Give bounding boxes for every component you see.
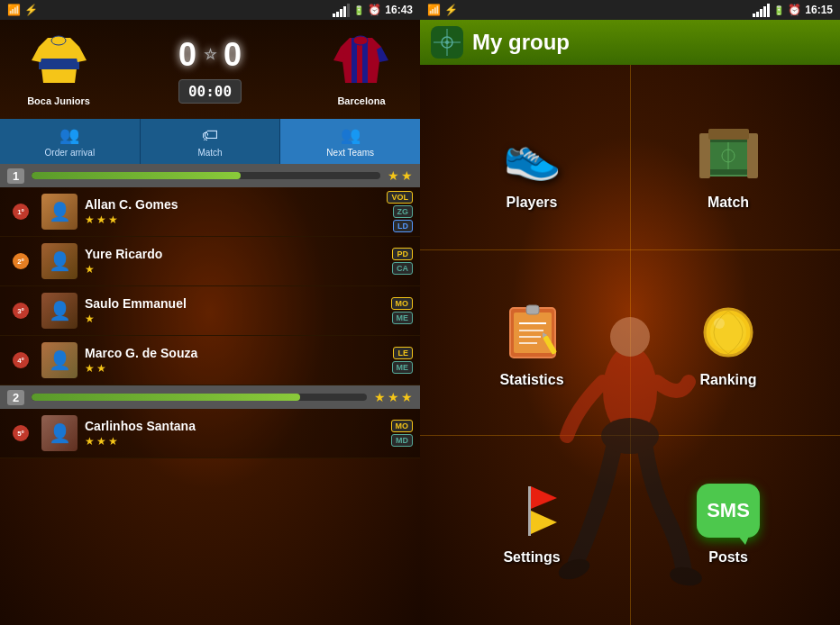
rank-badge-5: 5º xyxy=(13,425,29,441)
tab-match-icon: 🏷 xyxy=(202,126,218,145)
player-info-2: Yure Ricardo ★ xyxy=(85,247,385,276)
badge-zg: ZG xyxy=(393,205,414,218)
wifi-icon: 📶 xyxy=(7,4,21,16)
score-center: 0 ☆ 0 00:00 xyxy=(178,36,242,104)
group-header-1: 1 ★ ★ xyxy=(0,164,420,187)
battery-icon-left: 🔋 xyxy=(353,5,364,15)
player-avatar-3: 👤 xyxy=(41,293,78,329)
sms-text: SMS xyxy=(707,499,750,522)
player-rank-4: 4º xyxy=(7,352,34,368)
list-item[interactable]: 5º 👤 Carlinhos Santana ★ ★ ★ MO MD xyxy=(0,409,420,458)
team-right-info: Barcelona xyxy=(312,33,411,106)
usb-icon: ⚡ xyxy=(24,4,38,16)
status-icons-left: 📶 ⚡ xyxy=(7,4,38,16)
svg-rect-1 xyxy=(39,59,79,69)
tab-next-label: Next Teams xyxy=(326,148,374,158)
menu-item-players[interactable]: 👟 Players xyxy=(438,83,625,251)
posts-icon: SMS xyxy=(697,484,760,538)
menu-item-ranking[interactable]: Ranking xyxy=(635,260,822,429)
score-header: Boca Juniors 0 ☆ 0 00:00 xyxy=(0,20,420,119)
battery-icon-right: 🔋 xyxy=(773,5,784,15)
ranking-icon xyxy=(699,303,758,362)
player-rank-1: 1º xyxy=(7,204,34,220)
sig-r5 xyxy=(767,4,770,17)
soccer-field-icon xyxy=(434,29,461,56)
tab-order-label: Order arrival xyxy=(45,148,96,158)
signal-bar-5 xyxy=(347,4,350,17)
status-bar-right: 📶 ⚡ 🔋 ⏰ 16:15 xyxy=(420,0,840,20)
avatar-placeholder-1: 👤 xyxy=(41,194,78,230)
score-left: 0 xyxy=(178,36,196,74)
badge-ca: CA xyxy=(392,262,413,275)
list-item[interactable]: 3º 👤 Saulo Emmanuel ★ MO ME xyxy=(0,286,420,336)
svg-rect-42 xyxy=(528,486,531,536)
wifi-icon-right: 📶 xyxy=(427,4,441,16)
players-label: Players xyxy=(507,195,558,211)
badge-me2: ME xyxy=(392,361,414,374)
svg-rect-27 xyxy=(708,129,749,140)
sig-r3 xyxy=(760,9,762,17)
signal-bars xyxy=(333,4,350,17)
sig-r2 xyxy=(756,12,759,17)
list-item[interactable]: 4º 👤 Marco G. de Souza ★ ★ LE ME xyxy=(0,336,420,385)
tab-order-icon: 👥 xyxy=(59,125,79,145)
score-display: 0 ☆ 0 xyxy=(178,36,242,74)
player-avatar-2: 👤 xyxy=(41,243,78,279)
player-name-4: Marco G. de Souza xyxy=(85,346,385,360)
menu-item-posts[interactable]: SMS Posts xyxy=(635,439,822,607)
player-name-1: Allan C. Gomes xyxy=(85,197,379,212)
match-icon-area xyxy=(692,124,764,187)
player-info-4: Marco G. de Souza ★ ★ xyxy=(85,346,385,375)
svg-point-2 xyxy=(51,36,66,45)
right-panel: 📶 ⚡ 🔋 ⏰ 16:15 My xyxy=(420,0,840,625)
tabs-container: 👥 Order arrival 🏷 Match 👥 Next Teams xyxy=(0,119,420,164)
usb-icon-right: ⚡ xyxy=(444,4,458,16)
svg-point-8 xyxy=(353,36,368,45)
menu-item-settings[interactable]: Settings xyxy=(438,439,625,607)
app-title: My group xyxy=(472,30,570,55)
settings-icon-area xyxy=(496,479,568,542)
menu-grid: 👟 Players Match xyxy=(420,65,840,625)
signal-bar-1 xyxy=(333,14,335,17)
player-avatar-1: 👤 xyxy=(41,194,78,230)
status-right-left: 🔋 ⏰ 16:43 xyxy=(333,4,413,17)
ranking-icon-area xyxy=(692,302,764,365)
match-timer: 00:00 xyxy=(178,79,242,104)
badge-md: MD xyxy=(391,434,413,447)
left-panel: 📶 ⚡ 🔋 ⏰ 16:43 xyxy=(0,0,420,625)
list-item[interactable]: 2º 👤 Yure Ricardo ★ PD CA xyxy=(0,237,420,286)
player-name-3: Saulo Emmanuel xyxy=(85,296,384,311)
player-rank-2: 2º xyxy=(7,253,34,269)
statistics-label: Statistics xyxy=(499,372,563,388)
posts-label: Posts xyxy=(708,549,748,566)
team-left-name: Boca Juniors xyxy=(27,95,90,106)
app-header: My group xyxy=(420,20,840,65)
player-stars-2: ★ xyxy=(85,263,385,276)
tab-match[interactable]: 🏷 Match xyxy=(141,119,281,164)
tab-match-label: Match xyxy=(197,148,222,158)
rank-badge-4: 4º xyxy=(13,352,29,368)
group-number-2: 2 xyxy=(7,390,24,405)
player-badges-3: MO ME xyxy=(391,297,414,324)
star-g2-1: ★ xyxy=(374,390,386,404)
player-stars-4: ★ ★ xyxy=(85,362,385,375)
stadium-icon xyxy=(699,129,758,183)
menu-item-match[interactable]: Match xyxy=(635,83,822,251)
player-list: 1 ★ ★ 1º 👤 Allan C. Gomes ★ ★ ★ xyxy=(0,164,420,625)
group-number-1: 1 xyxy=(7,168,24,184)
svg-marker-43 xyxy=(531,486,557,509)
badge-pd: PD xyxy=(392,248,413,260)
group-bar-container-2 xyxy=(32,394,367,401)
group-stars-2: ★ ★ ★ xyxy=(374,390,413,404)
alarm-icon-right: ⏰ xyxy=(788,4,801,16)
tab-next-teams[interactable]: 👥 Next Teams xyxy=(280,119,420,164)
star-g2-2: ★ xyxy=(388,390,399,404)
tab-order-arrival[interactable]: 👥 Order arrival xyxy=(0,119,141,164)
signal-bar-4 xyxy=(343,6,346,17)
score-right: 0 xyxy=(224,36,242,74)
svg-rect-30 xyxy=(514,312,552,353)
avatar-placeholder-4: 👤 xyxy=(41,342,78,378)
list-item[interactable]: 1º 👤 Allan C. Gomes ★ ★ ★ VOL ZG LD xyxy=(0,187,420,237)
team-left-info: Boca Juniors xyxy=(9,33,108,106)
menu-item-statistics[interactable]: Statistics xyxy=(438,260,625,429)
